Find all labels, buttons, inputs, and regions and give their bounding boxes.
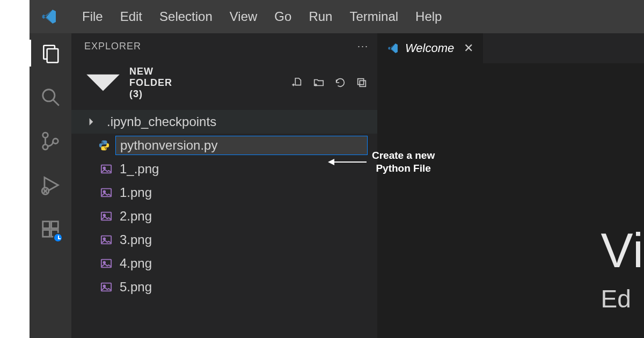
sidebar-header: EXPLORER ··· — [71, 33, 377, 55]
svg-point-4 — [43, 133, 48, 137]
image-file-icon — [100, 187, 112, 199]
menu-go[interactable]: Go — [274, 9, 291, 24]
folder-header[interactable]: NEW FOLDER (3) — [71, 55, 377, 109]
svg-point-26 — [104, 285, 106, 287]
svg-point-2 — [43, 90, 55, 101]
new-file-name-input[interactable] — [115, 136, 368, 155]
menu-help[interactable]: Help — [415, 9, 442, 24]
refresh-icon[interactable] — [334, 77, 346, 89]
activity-run-debug-icon[interactable] — [40, 175, 61, 195]
menu-file[interactable]: File — [82, 9, 103, 24]
svg-point-5 — [43, 144, 48, 150]
editor-area: Welcome ✕ Vi Ed — [377, 33, 644, 338]
image-file-icon — [100, 234, 112, 246]
svg-point-18 — [104, 190, 106, 193]
tree-file[interactable]: 1.png — [71, 181, 377, 204]
activity-search-icon[interactable] — [40, 87, 61, 107]
vscode-logo-icon — [40, 8, 57, 25]
image-file-icon — [100, 163, 112, 175]
menubar: File Edit Selection View Go Run Terminal… — [30, 0, 644, 33]
file-tree: .ipynb_checkpoints 1_.png 1.png — [71, 109, 377, 299]
svg-line-3 — [53, 100, 59, 106]
svg-point-16 — [104, 167, 106, 169]
image-file-icon — [100, 258, 112, 269]
tree-item-label: 1_.png — [120, 161, 159, 177]
menu-terminal[interactable]: Terminal — [349, 9, 398, 24]
explorer-sidebar: EXPLORER ··· NEW FOLDER (3) .ipy — [71, 33, 377, 338]
svg-point-24 — [104, 261, 106, 263]
python-file-icon — [98, 139, 110, 151]
svg-rect-13 — [358, 79, 364, 85]
svg-rect-1 — [47, 49, 58, 62]
folder-actions — [291, 77, 368, 89]
svg-point-20 — [104, 214, 106, 216]
sidebar-title: EXPLORER — [84, 41, 141, 52]
tree-file[interactable]: 4.png — [71, 252, 377, 275]
menu-view[interactable]: View — [230, 9, 258, 24]
svg-point-22 — [104, 238, 106, 240]
chevron-right-icon — [86, 117, 96, 127]
activity-extensions-icon[interactable] — [40, 219, 61, 239]
image-file-icon — [100, 281, 112, 293]
menu-selection[interactable]: Selection — [159, 9, 213, 24]
tree-item-label: 2.png — [120, 209, 152, 224]
tab-bar: Welcome ✕ — [377, 33, 644, 63]
new-file-icon[interactable] — [291, 77, 303, 89]
welcome-page: Vi Ed — [601, 226, 644, 313]
tree-folder-ipynb-checkpoints[interactable]: .ipynb_checkpoints — [71, 110, 377, 134]
svg-point-6 — [53, 138, 58, 144]
welcome-subheading: Ed — [601, 284, 644, 313]
svg-rect-12 — [52, 222, 58, 229]
close-tab-icon[interactable]: ✕ — [464, 41, 473, 55]
vscode-logo-icon — [387, 42, 399, 54]
tree-file[interactable]: 3.png — [71, 228, 377, 252]
new-folder-icon[interactable] — [313, 77, 325, 89]
welcome-heading: Vi — [601, 226, 644, 275]
activity-source-control-icon[interactable] — [40, 131, 61, 151]
collapse-all-icon[interactable] — [356, 77, 368, 89]
tree-item-label: 3.png — [120, 232, 152, 247]
svg-rect-14 — [360, 80, 365, 86]
menu-edit[interactable]: Edit — [120, 9, 142, 24]
tree-item-label: 5.png — [120, 280, 152, 295]
tree-file[interactable]: 1_.png — [71, 157, 377, 181]
tree-new-file-row — [71, 134, 377, 157]
main-body: EXPLORER ··· NEW FOLDER (3) .ipy — [30, 33, 644, 338]
vscode-window: File Edit Selection View Go Run Terminal… — [30, 0, 644, 338]
clock-badge-icon — [53, 233, 63, 243]
activity-explorer-icon[interactable] — [40, 43, 61, 63]
tab-label: Welcome — [405, 41, 454, 55]
tree-file[interactable]: 2.png — [71, 204, 377, 228]
chevron-down-icon — [81, 61, 125, 105]
tree-item-label: 4.png — [120, 256, 152, 271]
tree-item-label: .ipynb_checkpoints — [107, 114, 216, 129]
tree-item-label: 1.png — [120, 185, 152, 200]
tree-file[interactable]: 5.png — [71, 275, 377, 299]
activity-bar — [30, 33, 71, 338]
svg-rect-9 — [43, 222, 50, 229]
tab-welcome[interactable]: Welcome ✕ — [377, 33, 484, 63]
sidebar-more-icon[interactable]: ··· — [357, 41, 369, 52]
image-file-icon — [100, 210, 112, 222]
svg-rect-10 — [43, 230, 50, 237]
folder-name: NEW FOLDER (3) — [129, 66, 172, 100]
menu-run[interactable]: Run — [309, 9, 332, 24]
